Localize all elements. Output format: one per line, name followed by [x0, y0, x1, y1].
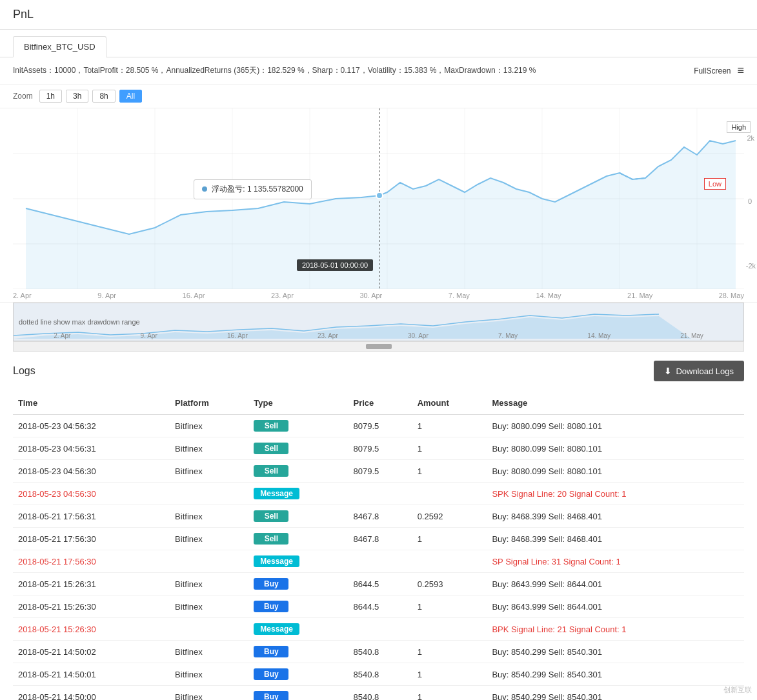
cell-platform: Bitfinex	[170, 573, 248, 595]
cell-message: Buy: 8080.099 Sell: 8080.101	[487, 460, 744, 483]
col-message: Message	[487, 392, 744, 415]
cell-type: Sell	[248, 460, 348, 483]
stats-text: InitAssets：10000，TotalProfit：28.505 %，An…	[13, 65, 694, 76]
cell-type: Sell	[248, 437, 348, 460]
cell-time: 2018-05-21 14:50:00	[13, 686, 170, 701]
cell-price: 8540.8	[348, 663, 412, 686]
table-row: 2018-05-21 14:50:01 Bitfinex Buy 8540.8 …	[13, 663, 744, 686]
zoom-bar: Zoom 1h 3h 8h All	[0, 85, 757, 108]
col-type: Type	[248, 392, 348, 415]
table-row: 2018-05-21 17:56:31 Bitfinex Sell 8467.8…	[13, 505, 744, 528]
logs-title: Logs	[13, 365, 35, 377]
cell-type: Buy	[248, 686, 348, 701]
scrollbar-handle[interactable]	[366, 344, 392, 349]
type-badge: Sell	[254, 510, 288, 522]
table-row: 2018-05-23 04:56:31 Bitfinex Sell 8079.5…	[13, 437, 744, 460]
x-label-8: 28. May	[719, 292, 744, 299]
mini-x-7: 21. May	[680, 332, 703, 339]
type-badge: Message	[254, 623, 299, 635]
cell-platform: Bitfinex	[170, 528, 248, 550]
download-logs-button[interactable]: ⬇ Download Logs	[654, 361, 744, 381]
zoom-8h[interactable]: 8h	[92, 90, 115, 103]
cell-amount: 1	[412, 415, 487, 437]
cell-amount: 0.2592	[412, 505, 487, 528]
type-badge: Message	[254, 555, 299, 567]
cell-amount	[412, 618, 487, 641]
cell-time: 2018-05-23 04:56:32	[13, 415, 170, 437]
mini-x-4: 30. Apr	[408, 332, 429, 339]
cell-amount: 1	[412, 437, 487, 460]
cell-message: Buy: 8080.099 Sell: 8080.101	[487, 437, 744, 460]
table-row: 2018-05-23 04:56:30 Message SPK Signal L…	[13, 483, 744, 505]
tab-bar: Bitfinex_BTC_USD	[0, 30, 757, 57]
scrollbar-area[interactable]	[13, 341, 744, 352]
cell-time: 2018-05-21 14:50:02	[13, 641, 170, 663]
logs-header: Logs ⬇ Download Logs	[13, 352, 744, 388]
type-badge: Sell	[254, 465, 288, 477]
mini-x-1: 9. Apr	[141, 332, 157, 339]
table-row: 2018-05-21 15:26:31 Bitfinex Buy 8644.5 …	[13, 573, 744, 595]
cell-amount: 1	[412, 595, 487, 618]
download-icon: ⬇	[664, 366, 672, 376]
x-label-1: 9. Apr	[97, 292, 116, 299]
cell-price	[348, 550, 412, 573]
zoom-1h[interactable]: 1h	[39, 90, 62, 103]
mini-chart-container: dotted line show max drawdown range 2. A…	[13, 303, 744, 341]
cell-price: 8467.8	[348, 528, 412, 550]
high-label: High	[727, 121, 751, 133]
watermark: 创新互联	[723, 685, 752, 695]
crosshair-time-label: 2018-05-01 00:00:00	[297, 259, 373, 271]
cell-price	[348, 483, 412, 505]
mini-chart-label: dotted line show max drawdown range	[14, 315, 145, 328]
col-price: Price	[348, 392, 412, 415]
cell-type: Message	[248, 550, 348, 573]
cell-price: 8644.5	[348, 573, 412, 595]
zoom-all[interactable]: All	[119, 90, 142, 103]
col-amount: Amount	[412, 392, 487, 415]
cell-amount: 1	[412, 663, 487, 686]
table-row: 2018-05-21 15:26:30 Message BPK Signal L…	[13, 618, 744, 641]
cell-price	[348, 618, 412, 641]
mini-x-6: 14. May	[587, 332, 611, 339]
logs-section: Logs ⬇ Download Logs Time Platform Type …	[0, 352, 757, 700]
svg-marker-13	[26, 141, 736, 289]
tab-bitfinex-btc-usd[interactable]: Bitfinex_BTC_USD	[13, 36, 106, 57]
x-axis: 2. Apr 9. Apr 16. Apr 23. Apr 30. Apr 7.…	[0, 289, 757, 303]
low-label: Low	[704, 178, 726, 190]
cell-platform: Bitfinex	[170, 595, 248, 618]
stats-actions: FullScreen ≡	[694, 64, 744, 77]
cell-time: 2018-05-21 15:26:30	[13, 595, 170, 618]
cell-message: SPK Signal Line: 20 Signal Count: 1	[487, 483, 744, 505]
fullscreen-button[interactable]: FullScreen	[694, 66, 731, 75]
type-badge: Sell	[254, 533, 288, 545]
cell-message: Buy: 8540.299 Sell: 8540.301	[487, 641, 744, 663]
table-row: 2018-05-21 14:50:00 Bitfinex Buy 8540.8 …	[13, 686, 744, 701]
cell-price: 8079.5	[348, 437, 412, 460]
menu-icon[interactable]: ≡	[737, 64, 744, 77]
cell-platform: Bitfinex	[170, 460, 248, 483]
cell-type: Buy	[248, 573, 348, 595]
cell-price: 8540.8	[348, 686, 412, 701]
type-badge: Buy	[254, 578, 288, 590]
cell-type: Sell	[248, 505, 348, 528]
x-label-5: 7. May	[449, 292, 470, 299]
cell-time: 2018-05-23 04:56:30	[13, 483, 170, 505]
cell-platform	[170, 618, 248, 641]
zoom-3h[interactable]: 3h	[66, 90, 88, 103]
cell-type: Sell	[248, 415, 348, 437]
cell-amount: 1	[412, 460, 487, 483]
cell-time: 2018-05-21 15:26:31	[13, 573, 170, 595]
y-axis-2k: 2k	[747, 134, 754, 142]
mini-x-2: 16. Apr	[227, 332, 248, 339]
table-row: 2018-05-21 15:26:30 Bitfinex Buy 8644.5 …	[13, 595, 744, 618]
cell-message: Buy: 8540.299 Sell: 8540.301	[487, 663, 744, 686]
svg-point-15	[376, 192, 383, 199]
page-header: PnL	[0, 0, 757, 30]
cell-price: 8079.5	[348, 460, 412, 483]
cell-price: 8467.8	[348, 505, 412, 528]
cell-time: 2018-05-23 04:56:30	[13, 460, 170, 483]
x-label-2: 16. Apr	[183, 292, 205, 299]
cell-price: 8079.5	[348, 415, 412, 437]
cell-message: Buy: 8468.399 Sell: 8468.401	[487, 505, 744, 528]
cell-platform: Bitfinex	[170, 437, 248, 460]
